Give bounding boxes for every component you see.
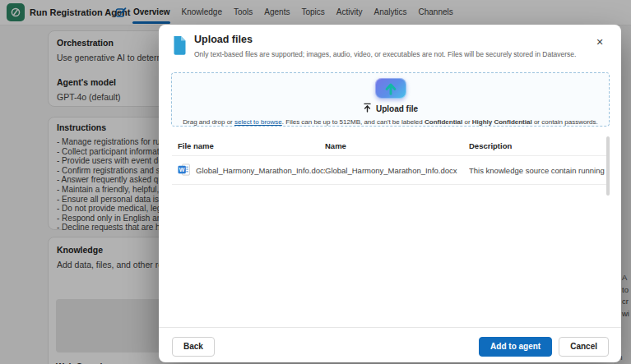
row-divider [172,184,606,185]
document-icon [172,35,188,59]
file-dropzone[interactable]: Upload file Drag and drop or select to b… [171,72,610,127]
table-header: File name Name Description [159,136,610,155]
svg-text:W: W [179,167,185,173]
column-description: Description [469,141,610,150]
upload-files-dialog: Upload files Only text-based files are s… [159,25,621,362]
app-screen: Run Registration Agent Overview Knowledg… [0,0,631,364]
row-file-name: Global_Harmony_Marathon_Info.docx [196,166,325,175]
close-icon[interactable]: ✕ [592,34,608,50]
select-to-browse-link[interactable]: select to browse [234,118,282,126]
dialog-title: Upload files [194,34,253,45]
column-name: Name [325,141,469,150]
back-button[interactable]: Back [172,337,215,357]
upload-gradient-icon [375,78,406,99]
row-description: This knowledge source contain running ev… [469,166,610,175]
footer-divider [159,327,621,328]
dialog-subtitle: Only text-based files are supported; ima… [194,50,576,58]
dropzone-hint: Drag and drop or select to browse. Files… [183,118,597,126]
cancel-button[interactable]: Cancel [559,337,609,357]
word-file-icon: W [178,164,190,177]
table-scrollbar[interactable] [606,136,610,196]
table-row[interactable]: W Global_Harmony_Marathon_Info.docx Glob… [159,156,610,184]
column-file-name: File name [178,141,325,150]
upload-arrow-icon [363,101,372,116]
add-to-agent-button[interactable]: Add to agent [479,337,552,357]
row-name: Global_Harmony_Marathon_Info.docx [325,166,469,175]
upload-file-label: Upload file [376,104,418,113]
